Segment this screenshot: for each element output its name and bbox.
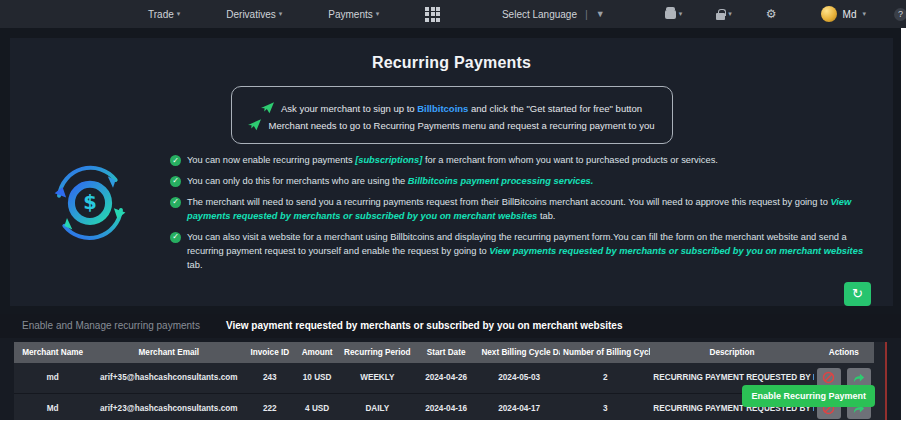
- col-recurring-period: Recurring Period: [341, 342, 414, 363]
- text-post: and click the "Get started for free" but…: [468, 103, 642, 114]
- tabs-bar: Enable and Manage recurring payments Vie…: [0, 314, 901, 338]
- window-edge: [0, 420, 906, 424]
- dollar-cycle-icon: $: [45, 156, 135, 248]
- nav-trade[interactable]: Trade ▾: [148, 9, 180, 20]
- bullet-item: ✓ You can now enable recurring payments …: [170, 154, 879, 168]
- user-menu[interactable]: Md ▾: [821, 6, 866, 22]
- bullet-text: You can only do this for merchants who a…: [187, 176, 408, 186]
- check-circle-icon: ✓: [170, 176, 181, 187]
- tab-enable-manage[interactable]: Enable and Manage recurring payments: [22, 320, 200, 331]
- check-circle-icon: ✓: [170, 155, 181, 166]
- col-merchant-email: Merchant Email: [91, 342, 246, 363]
- apps-grid-icon[interactable]: [425, 7, 440, 22]
- bullet-highlight-link[interactable]: View payments requested by merchants or …: [489, 246, 863, 256]
- chevron-down-icon: ▾: [728, 10, 732, 18]
- col-amount: Amount: [293, 342, 340, 363]
- app-window: Trade ▾ Derivatives ▾ Payments ▾ Select …: [0, 0, 906, 424]
- paper-plane-icon: [261, 102, 274, 114]
- language-label: Select Language: [502, 9, 577, 20]
- instructions-box: Ask your merchant to sign up to Billbitc…: [231, 86, 673, 144]
- bullet-item: ✓ The merchant will need to send you a r…: [170, 196, 879, 224]
- instruction-text-2: Merchant needs to go to Recurring Paymen…: [268, 120, 654, 131]
- bullet-text: for a merchant from whom you want to pur…: [422, 155, 718, 165]
- check-circle-icon: ✓: [170, 197, 181, 208]
- tab-view-requested[interactable]: View payment requested by merchants or s…: [226, 320, 623, 331]
- instruction-line-1: Ask your merchant to sign up to Billbitc…: [244, 102, 660, 114]
- instruction-text-1: Ask your merchant to sign up to Billbitc…: [281, 103, 642, 114]
- col-next-billing: Next Billing Cycle Date: [478, 342, 560, 363]
- nav-payments[interactable]: Payments ▾: [328, 9, 379, 20]
- cell-merchant-name: md: [14, 363, 91, 394]
- forward-arrow-icon: [852, 372, 866, 384]
- cell-next-billing: 2024-05-03: [478, 363, 560, 394]
- instruction-line-2: Merchant needs to go to Recurring Paymen…: [244, 119, 660, 131]
- window-edge: [901, 28, 906, 424]
- bullet-item: ✓ You can also visit a website for a mer…: [170, 231, 879, 273]
- recurring-cycle-graphic: $: [10, 154, 170, 280]
- chevron-down-icon: ▾: [279, 10, 283, 18]
- cell-amount: 10 USD: [293, 363, 340, 394]
- wallet-menu[interactable]: ▾: [665, 10, 683, 19]
- help-icon[interactable]: ?: [894, 8, 906, 21]
- col-merchant-name: Merchant Name: [14, 342, 91, 363]
- chevron-down-icon: ▾: [862, 10, 866, 18]
- paper-plane-icon: [248, 119, 261, 131]
- col-invoice-id: Invoice ID: [246, 342, 293, 363]
- col-num-cycles: Number of Billing Cycles: [560, 342, 650, 363]
- chevron-down-icon: ▾: [177, 10, 181, 18]
- refresh-button[interactable]: ↻: [844, 282, 871, 306]
- user-name: Md: [843, 9, 857, 20]
- recurring-payments-panel: Recurring Payments Ask your merchant to …: [10, 38, 893, 306]
- payments-table: Merchant Name Merchant Email Invoice ID …: [14, 342, 874, 424]
- bullet-text: tab.: [537, 211, 555, 221]
- language-selector[interactable]: Select Language | ▼: [502, 8, 605, 20]
- cell-invoice-id: 243: [246, 363, 293, 394]
- col-description: Description: [650, 342, 813, 363]
- payments-table-section: Merchant Name Merchant Email Invoice ID …: [0, 338, 901, 424]
- bullet-highlight: Billbitcoins payment processing services…: [408, 176, 594, 186]
- bullet-text: tab.: [187, 260, 203, 270]
- lock-icon: [716, 13, 725, 20]
- bullet-text: The merchant will need to send you a rec…: [187, 197, 830, 207]
- enable-recurring-payment-tooltip: Enable Recurring Payment: [742, 385, 875, 407]
- bullet-list: ✓ You can now enable recurring payments …: [170, 154, 893, 280]
- check-circle-icon: ✓: [170, 232, 181, 243]
- chevron-down-icon: ▼: [596, 9, 605, 19]
- settings-gear-icon[interactable]: ⚙: [766, 7, 777, 21]
- cell-merchant-email: arif+35@hashcashconsultants.com: [91, 363, 246, 394]
- cell-recurring-period: WEEKLY: [341, 363, 414, 394]
- bullet-highlight: [subscriptions]: [355, 155, 422, 165]
- col-start-date: Start Date: [414, 342, 479, 363]
- main-content: Recurring Payments Ask your merchant to …: [0, 28, 901, 420]
- refresh-icon: ↻: [852, 286, 863, 301]
- cell-start-date: 2024-04-26: [414, 363, 479, 394]
- nav-derivatives[interactable]: Derivatives ▾: [226, 9, 282, 20]
- top-navbar: Trade ▾ Derivatives ▾ Payments ▾ Select …: [0, 0, 906, 28]
- svg-text:$: $: [83, 191, 97, 214]
- nav-derivatives-label: Derivatives: [226, 9, 275, 20]
- bullet-text: You can now enable recurring payments: [187, 155, 355, 165]
- billbitcoins-link[interactable]: Billbitcoins: [417, 103, 468, 114]
- col-actions: Actions: [814, 342, 874, 363]
- page-title: Recurring Payments: [10, 46, 893, 72]
- text-pre: Ask your merchant to sign up to: [281, 103, 417, 114]
- chevron-down-icon: ▾: [376, 10, 380, 18]
- avatar: [821, 6, 837, 22]
- block-icon: [822, 371, 835, 384]
- wallet-icon: [665, 10, 676, 19]
- nav-payments-label: Payments: [328, 9, 372, 20]
- chevron-down-icon: ▾: [679, 10, 683, 18]
- payments-table-wrap: Merchant Name Merchant Email Invoice ID …: [14, 342, 887, 424]
- table-header-row: Merchant Name Merchant Email Invoice ID …: [14, 342, 874, 363]
- cell-num-cycles: 2: [560, 363, 650, 394]
- security-menu[interactable]: ▾: [716, 9, 732, 20]
- divider: |: [585, 8, 588, 20]
- bullet-item: ✓ You can only do this for merchants who…: [170, 175, 879, 189]
- nav-trade-label: Trade: [148, 9, 174, 20]
